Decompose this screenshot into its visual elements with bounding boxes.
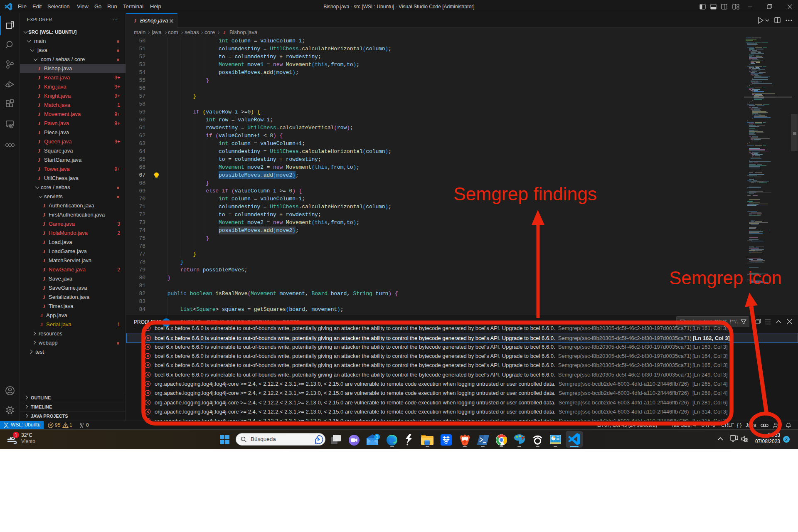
- svg-text:1: 1: [376, 435, 378, 439]
